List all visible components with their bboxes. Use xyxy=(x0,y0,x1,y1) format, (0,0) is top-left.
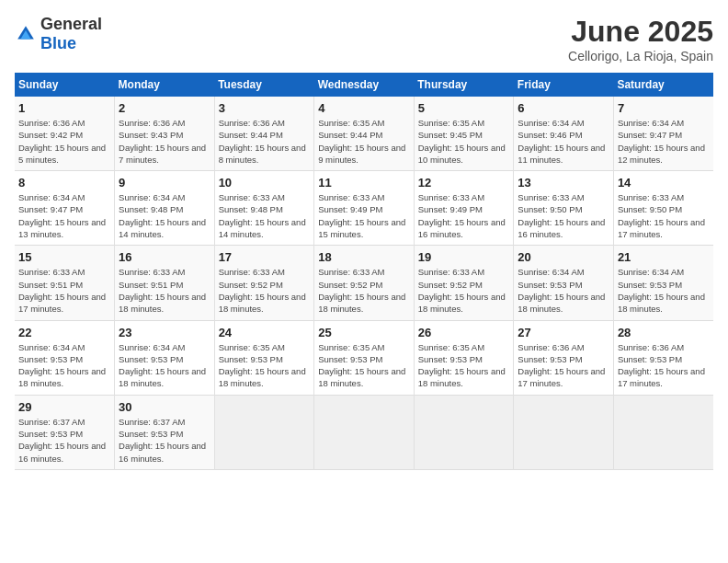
empty-cell-1 xyxy=(214,395,314,469)
header-thursday: Thursday xyxy=(414,73,514,97)
location-subtitle: Cellorigo, La Rioja, Spain xyxy=(568,49,713,63)
day-1: 1 Sunrise: 6:36 AMSunset: 9:42 PMDayligh… xyxy=(15,97,115,171)
day-22: 22 Sunrise: 6:34 AMSunset: 9:53 PMDaylig… xyxy=(15,320,115,395)
day-19: 19 Sunrise: 6:33 AMSunset: 9:52 PMDaylig… xyxy=(414,246,514,320)
empty-cell-4 xyxy=(514,395,614,469)
week-row-1: 1 Sunrise: 6:36 AMSunset: 9:42 PMDayligh… xyxy=(15,97,713,171)
logo-general: General xyxy=(40,15,102,33)
day-14: 14 Sunrise: 6:33 AMSunset: 9:50 PMDaylig… xyxy=(613,171,713,246)
week-row-3: 15 Sunrise: 6:33 AMSunset: 9:51 PMDaylig… xyxy=(15,246,713,320)
empty-cell-2 xyxy=(314,395,415,469)
day-17: 17 Sunrise: 6:33 AMSunset: 9:52 PMDaylig… xyxy=(214,246,314,320)
day-18: 18 Sunrise: 6:33 AMSunset: 9:52 PMDaylig… xyxy=(314,246,415,320)
day-12: 12 Sunrise: 6:33 AMSunset: 9:49 PMDaylig… xyxy=(414,171,514,246)
day-20: 20 Sunrise: 6:34 AMSunset: 9:53 PMDaylig… xyxy=(514,246,614,320)
day-11: 11 Sunrise: 6:33 AMSunset: 9:49 PMDaylig… xyxy=(314,171,415,246)
header-wednesday: Wednesday xyxy=(314,73,415,97)
day-29: 29 Sunrise: 6:37 AMSunset: 9:53 PMDaylig… xyxy=(15,395,115,469)
day-26: 26 Sunrise: 6:35 AMSunset: 9:53 PMDaylig… xyxy=(414,320,514,395)
day-28: 28 Sunrise: 6:36 AMSunset: 9:53 PMDaylig… xyxy=(613,320,713,395)
day-7: 7 Sunrise: 6:34 AMSunset: 9:47 PMDayligh… xyxy=(613,97,713,171)
day-21: 21 Sunrise: 6:34 AMSunset: 9:53 PMDaylig… xyxy=(613,246,713,320)
header-sunday: Sunday xyxy=(15,73,115,97)
title-area: June 2025 Cellorigo, La Rioja, Spain xyxy=(568,15,713,63)
header-area: General Blue June 2025 Cellorigo, La Rio… xyxy=(15,15,713,63)
day-9: 9 Sunrise: 6:34 AMSunset: 9:48 PMDayligh… xyxy=(115,171,215,246)
day-23: 23 Sunrise: 6:34 AMSunset: 9:53 PMDaylig… xyxy=(115,320,215,395)
week-row-5: 29 Sunrise: 6:37 AMSunset: 9:53 PMDaylig… xyxy=(15,395,713,469)
logo-text: General Blue xyxy=(40,15,102,53)
header-friday: Friday xyxy=(514,73,614,97)
day-5: 5 Sunrise: 6:35 AMSunset: 9:45 PMDayligh… xyxy=(414,97,514,171)
day-24: 24 Sunrise: 6:35 AMSunset: 9:53 PMDaylig… xyxy=(214,320,314,395)
day-6: 6 Sunrise: 6:34 AMSunset: 9:46 PMDayligh… xyxy=(514,97,614,171)
week-row-2: 8 Sunrise: 6:34 AMSunset: 9:47 PMDayligh… xyxy=(15,171,713,246)
header-monday: Monday xyxy=(115,73,215,97)
logo-icon xyxy=(15,23,37,45)
month-title: June 2025 xyxy=(568,15,713,49)
logo: General Blue xyxy=(15,15,102,53)
day-3: 3 Sunrise: 6:36 AMSunset: 9:44 PMDayligh… xyxy=(214,97,314,171)
day-4: 4 Sunrise: 6:35 AMSunset: 9:44 PMDayligh… xyxy=(314,97,415,171)
logo-blue: Blue xyxy=(40,34,76,52)
day-27: 27 Sunrise: 6:36 AMSunset: 9:53 PMDaylig… xyxy=(514,320,614,395)
day-2: 2 Sunrise: 6:36 AMSunset: 9:43 PMDayligh… xyxy=(115,97,215,171)
week-row-4: 22 Sunrise: 6:34 AMSunset: 9:53 PMDaylig… xyxy=(15,320,713,395)
weekday-header-row: Sunday Monday Tuesday Wednesday Thursday… xyxy=(15,73,713,97)
empty-cell-5 xyxy=(613,395,713,469)
day-8: 8 Sunrise: 6:34 AMSunset: 9:47 PMDayligh… xyxy=(15,171,115,246)
empty-cell-3 xyxy=(414,395,514,469)
day-13: 13 Sunrise: 6:33 AMSunset: 9:50 PMDaylig… xyxy=(514,171,614,246)
day-16: 16 Sunrise: 6:33 AMSunset: 9:51 PMDaylig… xyxy=(115,246,215,320)
calendar-table: Sunday Monday Tuesday Wednesday Thursday… xyxy=(15,73,713,470)
header-saturday: Saturday xyxy=(613,73,713,97)
day-10: 10 Sunrise: 6:33 AMSunset: 9:48 PMDaylig… xyxy=(214,171,314,246)
day-15: 15 Sunrise: 6:33 AMSunset: 9:51 PMDaylig… xyxy=(15,246,115,320)
day-30: 30 Sunrise: 6:37 AMSunset: 9:53 PMDaylig… xyxy=(115,395,215,469)
day-25: 25 Sunrise: 6:35 AMSunset: 9:53 PMDaylig… xyxy=(314,320,415,395)
header-tuesday: Tuesday xyxy=(214,73,314,97)
